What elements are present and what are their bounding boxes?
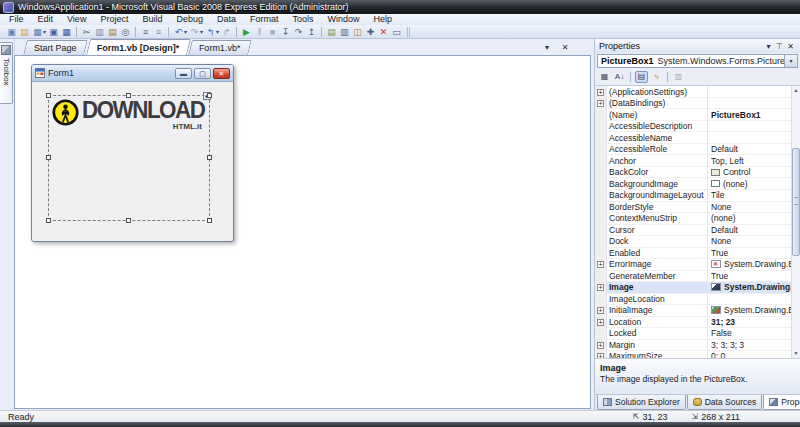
- property-row-errorimage[interactable]: +ErrorImageSystem.Drawing.Bitmap: [595, 259, 791, 271]
- selection-handle-top-left[interactable]: [46, 93, 51, 98]
- scrollbar-down-arrow[interactable]: ▼: [792, 349, 800, 358]
- start-debugging-icon[interactable]: ▶: [240, 26, 253, 38]
- menu-project[interactable]: Project: [93, 14, 135, 25]
- menu-help[interactable]: Help: [367, 14, 400, 25]
- navigate-backward-icon-dropdown[interactable]: ▾: [216, 28, 219, 35]
- property-value[interactable]: Top, Left: [708, 155, 791, 167]
- tab-form1-vb-[interactable]: Form1.vb*: [188, 40, 251, 55]
- tab-start-page[interactable]: Start Page: [23, 40, 87, 55]
- stop-debugging-icon[interactable]: ■: [266, 26, 279, 38]
- undo-icon-dropdown[interactable]: ▾: [184, 28, 187, 35]
- form-client-area[interactable]: ▸ DOWNLOAD HTML.it: [32, 82, 233, 240]
- property-value[interactable]: PictureBox1: [708, 109, 791, 121]
- property-row--databindings-[interactable]: +(DataBindings): [595, 98, 791, 110]
- property-row-maximumsize[interactable]: +MaximumSize0; 0: [595, 351, 791, 359]
- property-value[interactable]: [708, 98, 791, 110]
- property-value[interactable]: (none): [708, 178, 791, 190]
- property-row-initialimage[interactable]: +InitialImageSystem.Drawing.Bitmap: [595, 305, 791, 317]
- selection-handle-bottom-right[interactable]: [207, 218, 212, 223]
- tab-form1-vb-design-[interactable]: Form1.vb [Design]*: [86, 39, 191, 55]
- property-row-accessibledescription[interactable]: AccessibleDescription: [595, 121, 791, 133]
- solution-explorer-icon[interactable]: ▤: [325, 26, 338, 38]
- expand-icon[interactable]: +: [597, 307, 604, 314]
- menu-build[interactable]: Build: [135, 14, 169, 25]
- menu-tools[interactable]: Tools: [285, 14, 320, 25]
- toolbox-tab[interactable]: Toolbox: [0, 42, 13, 104]
- property-value[interactable]: [708, 121, 791, 133]
- step-into-icon[interactable]: ↧: [279, 26, 292, 38]
- toolbar-overflow-grip[interactable]: [407, 27, 414, 37]
- property-row--applicationsettings-[interactable]: +(ApplicationSettings): [595, 86, 791, 98]
- panel-tab-data-sources[interactable]: Data Sources: [687, 395, 763, 410]
- property-value[interactable]: None: [708, 202, 791, 214]
- form-maximize-button[interactable]: ▢: [194, 68, 211, 79]
- step-over-icon[interactable]: ↷: [292, 26, 305, 38]
- property-value[interactable]: [708, 294, 791, 306]
- property-value[interactable]: [708, 86, 791, 98]
- property-row-locked[interactable]: LockedFalse: [595, 328, 791, 340]
- property-row-accessiblename[interactable]: AccessibleName: [595, 132, 791, 144]
- property-row-backgroundimagelayout[interactable]: BackgroundImageLayoutTile: [595, 190, 791, 202]
- menu-debug[interactable]: Debug: [169, 14, 210, 25]
- object-browser-icon[interactable]: ◫: [351, 26, 364, 38]
- expand-icon[interactable]: +: [597, 319, 604, 326]
- property-row-image[interactable]: +ImageSystem.Drawing.Bitmap: [595, 282, 791, 294]
- expand-icon[interactable]: +: [597, 261, 604, 268]
- menu-edit[interactable]: Edit: [31, 14, 61, 25]
- selection-handle-top-center[interactable]: [126, 93, 131, 98]
- property-row-generatemember[interactable]: GenerateMemberTrue: [595, 271, 791, 283]
- panel-tab-solution-explorer[interactable]: Solution Explorer: [597, 395, 686, 410]
- property-value[interactable]: True: [708, 248, 791, 260]
- property-row-margin[interactable]: +Margin3; 3; 3; 3: [595, 340, 791, 352]
- property-row-location[interactable]: +Location31; 23: [595, 317, 791, 329]
- property-value[interactable]: System.Drawing.Bitmap: [708, 282, 791, 294]
- property-value[interactable]: True: [708, 271, 791, 283]
- menu-format[interactable]: Format: [243, 14, 286, 25]
- toolbox-icon[interactable]: ✚: [364, 26, 377, 38]
- break-all-icon[interactable]: ‖: [253, 26, 266, 38]
- property-row-backcolor[interactable]: BackColorControl: [595, 167, 791, 179]
- property-pages-icon[interactable]: ▥: [672, 71, 685, 83]
- immediate-window-icon[interactable]: ▭: [390, 26, 403, 38]
- navigate-forward-icon[interactable]: ↱: [220, 26, 233, 38]
- save-all-icon[interactable]: ▦: [60, 26, 73, 38]
- find-icon[interactable]: ◎: [119, 26, 132, 38]
- property-value[interactable]: False: [708, 328, 791, 340]
- property-row-imagelocation[interactable]: ImageLocation: [595, 294, 791, 306]
- open-file-icon[interactable]: ▤: [18, 26, 31, 38]
- property-value[interactable]: Tile: [708, 190, 791, 202]
- scrollbar-up-arrow[interactable]: ▲: [792, 86, 800, 95]
- panel-close-icon[interactable]: ✕: [785, 42, 796, 51]
- property-row-cursor[interactable]: CursorDefault: [595, 225, 791, 237]
- property-row-accessiblerole[interactable]: AccessibleRoleDefault: [595, 144, 791, 156]
- uncomment-icon[interactable]: ≡: [152, 26, 165, 38]
- property-value[interactable]: [708, 132, 791, 144]
- expand-icon[interactable]: +: [597, 342, 604, 349]
- categorized-icon[interactable]: ▦: [598, 71, 611, 83]
- copy-icon[interactable]: ▥: [93, 26, 106, 38]
- alphabetical-icon[interactable]: A↓: [613, 71, 626, 83]
- property-value[interactable]: 0; 0: [708, 351, 791, 359]
- property-value[interactable]: Control: [708, 167, 791, 179]
- menu-view[interactable]: View: [60, 14, 93, 25]
- combo-dropdown-icon[interactable]: ▾: [784, 55, 797, 67]
- expand-icon[interactable]: +: [597, 100, 604, 107]
- property-value[interactable]: Default: [708, 225, 791, 237]
- property-row--name-[interactable]: (Name)PictureBox1: [595, 109, 791, 121]
- form-close-button[interactable]: ✕: [213, 68, 230, 79]
- menu-data[interactable]: Data: [210, 14, 243, 25]
- properties-view-icon[interactable]: ▤: [635, 71, 648, 83]
- redo-icon-dropdown[interactable]: ▾: [200, 28, 203, 35]
- property-value[interactable]: System.Drawing.Bitmap: [708, 305, 791, 317]
- object-selector-combo[interactable]: PictureBox1 System.Windows.Forms.Picture…: [597, 54, 798, 68]
- property-row-borderstyle[interactable]: BorderStyleNone: [595, 202, 791, 214]
- form-designer-window[interactable]: Form1 ▬ ▢ ✕ ▸: [31, 64, 234, 242]
- expand-icon[interactable]: +: [597, 89, 604, 96]
- picturebox-control[interactable]: ▸ DOWNLOAD HTML.it: [48, 95, 210, 221]
- property-value[interactable]: System.Drawing.Bitmap: [708, 259, 791, 271]
- events-icon[interactable]: ϟ: [650, 71, 663, 83]
- property-row-dock[interactable]: DockNone: [595, 236, 791, 248]
- selection-handle-top-right[interactable]: [207, 93, 212, 98]
- window-position-icon[interactable]: ▾: [763, 42, 774, 51]
- cut-icon[interactable]: ✂: [80, 26, 93, 38]
